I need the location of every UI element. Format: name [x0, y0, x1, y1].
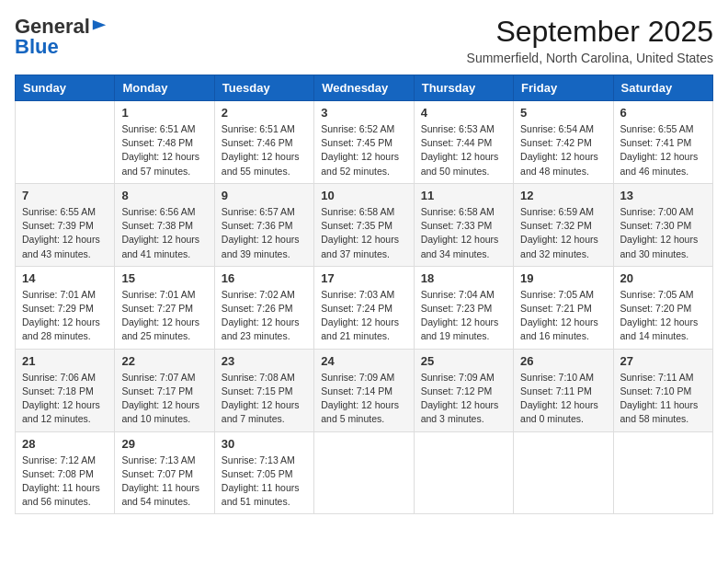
day-number: 23: [222, 354, 307, 368]
day-number: 21: [22, 354, 108, 368]
day-info: Sunrise: 7:13 AM Sunset: 7:07 PM Dayligh…: [121, 454, 207, 510]
calendar-cell: 1Sunrise: 6:51 AM Sunset: 7:48 PM Daylig…: [115, 101, 214, 184]
calendar-cell: 28Sunrise: 7:12 AM Sunset: 7:08 PM Dayli…: [16, 431, 115, 514]
calendar-cell: 25Sunrise: 7:09 AM Sunset: 7:12 PM Dayli…: [414, 349, 513, 431]
header-friday: Friday: [514, 75, 613, 101]
day-number: 9: [222, 189, 307, 202]
calendar-header-row: SundayMondayTuesdayWednesdayThursdayFrid…: [16, 75, 713, 101]
day-number: 20: [620, 271, 706, 285]
calendar-cell: 29Sunrise: 7:13 AM Sunset: 7:07 PM Dayli…: [115, 431, 214, 514]
day-number: 27: [620, 354, 706, 368]
day-info: Sunrise: 6:52 AM Sunset: 7:45 PM Dayligh…: [321, 122, 406, 178]
calendar-cell: 26Sunrise: 7:10 AM Sunset: 7:11 PM Dayli…: [514, 349, 613, 431]
day-info: Sunrise: 6:59 AM Sunset: 7:32 PM Dayligh…: [520, 205, 606, 261]
header-thursday: Thursday: [414, 75, 513, 101]
day-number: 7: [22, 189, 108, 202]
calendar-cell: 4Sunrise: 6:53 AM Sunset: 7:44 PM Daylig…: [414, 101, 513, 184]
header-sunday: Sunday: [16, 75, 115, 101]
calendar-cell: [514, 431, 613, 514]
day-info: Sunrise: 7:09 AM Sunset: 7:12 PM Dayligh…: [421, 371, 506, 427]
calendar-table: SundayMondayTuesdayWednesdayThursdayFrid…: [15, 75, 713, 514]
logo-blue: Blue: [15, 35, 59, 59]
calendar-cell: [16, 101, 115, 184]
day-info: Sunrise: 6:51 AM Sunset: 7:48 PM Dayligh…: [121, 122, 207, 178]
calendar-cell: 27Sunrise: 7:11 AM Sunset: 7:10 PM Dayli…: [613, 349, 712, 431]
calendar-cell: 16Sunrise: 7:02 AM Sunset: 7:26 PM Dayli…: [214, 266, 313, 349]
calendar-cell: 23Sunrise: 7:08 AM Sunset: 7:15 PM Dayli…: [214, 349, 313, 431]
calendar-cell: 21Sunrise: 7:06 AM Sunset: 7:18 PM Dayli…: [16, 349, 115, 431]
day-info: Sunrise: 6:55 AM Sunset: 7:41 PM Dayligh…: [620, 122, 706, 178]
day-info: Sunrise: 7:01 AM Sunset: 7:27 PM Dayligh…: [121, 288, 207, 344]
day-number: 28: [22, 437, 108, 451]
calendar-cell: 2Sunrise: 6:51 AM Sunset: 7:46 PM Daylig…: [214, 101, 313, 184]
calendar-week-2: 7Sunrise: 6:55 AM Sunset: 7:39 PM Daylig…: [16, 183, 713, 266]
day-info: Sunrise: 7:05 AM Sunset: 7:21 PM Dayligh…: [520, 288, 606, 344]
day-number: 15: [121, 271, 207, 285]
header-tuesday: Tuesday: [214, 75, 313, 101]
day-info: Sunrise: 6:54 AM Sunset: 7:42 PM Dayligh…: [520, 122, 606, 178]
calendar-week-5: 28Sunrise: 7:12 AM Sunset: 7:08 PM Dayli…: [16, 431, 713, 514]
day-info: Sunrise: 6:56 AM Sunset: 7:38 PM Dayligh…: [121, 205, 207, 261]
calendar-cell: [314, 431, 414, 514]
day-info: Sunrise: 7:05 AM Sunset: 7:20 PM Dayligh…: [620, 288, 706, 344]
day-info: Sunrise: 7:01 AM Sunset: 7:29 PM Dayligh…: [22, 288, 108, 344]
calendar-week-4: 21Sunrise: 7:06 AM Sunset: 7:18 PM Dayli…: [16, 349, 713, 431]
day-info: Sunrise: 7:02 AM Sunset: 7:26 PM Dayligh…: [222, 288, 307, 344]
day-number: 2: [222, 106, 307, 120]
svg-marker-0: [93, 20, 106, 30]
logo-flag-icon: [91, 18, 108, 35]
day-info: Sunrise: 7:07 AM Sunset: 7:17 PM Dayligh…: [121, 371, 207, 427]
calendar-cell: 24Sunrise: 7:09 AM Sunset: 7:14 PM Dayli…: [314, 349, 414, 431]
day-number: 29: [121, 437, 207, 451]
calendar-cell: 15Sunrise: 7:01 AM Sunset: 7:27 PM Dayli…: [115, 266, 214, 349]
day-number: 11: [421, 189, 506, 202]
day-info: Sunrise: 6:55 AM Sunset: 7:39 PM Dayligh…: [22, 205, 108, 261]
day-number: 18: [421, 271, 506, 285]
calendar-week-3: 14Sunrise: 7:01 AM Sunset: 7:29 PM Dayli…: [16, 266, 713, 349]
day-info: Sunrise: 7:04 AM Sunset: 7:23 PM Dayligh…: [421, 288, 506, 344]
calendar-cell: 20Sunrise: 7:05 AM Sunset: 7:20 PM Dayli…: [613, 266, 712, 349]
calendar-cell: 10Sunrise: 6:58 AM Sunset: 7:35 PM Dayli…: [314, 183, 414, 266]
calendar-body: 1Sunrise: 6:51 AM Sunset: 7:48 PM Daylig…: [16, 101, 713, 514]
day-info: Sunrise: 6:58 AM Sunset: 7:35 PM Dayligh…: [321, 205, 406, 261]
day-number: 25: [421, 354, 506, 368]
day-number: 4: [421, 106, 506, 120]
day-info: Sunrise: 7:10 AM Sunset: 7:11 PM Dayligh…: [520, 371, 606, 427]
day-number: 26: [520, 354, 606, 368]
calendar-cell: 30Sunrise: 7:13 AM Sunset: 7:05 PM Dayli…: [214, 431, 313, 514]
calendar-cell: [613, 431, 712, 514]
logo: General Blue: [15, 15, 108, 59]
month-title: September 2025: [467, 15, 713, 49]
day-number: 30: [222, 437, 307, 451]
calendar-cell: 17Sunrise: 7:03 AM Sunset: 7:24 PM Dayli…: [314, 266, 414, 349]
day-number: 16: [222, 271, 307, 285]
calendar-cell: 22Sunrise: 7:07 AM Sunset: 7:17 PM Dayli…: [115, 349, 214, 431]
day-info: Sunrise: 7:03 AM Sunset: 7:24 PM Dayligh…: [321, 288, 406, 344]
day-info: Sunrise: 7:06 AM Sunset: 7:18 PM Dayligh…: [22, 371, 108, 427]
day-number: 24: [321, 354, 406, 368]
calendar-cell: 9Sunrise: 6:57 AM Sunset: 7:36 PM Daylig…: [214, 183, 313, 266]
calendar-week-1: 1Sunrise: 6:51 AM Sunset: 7:48 PM Daylig…: [16, 101, 713, 184]
day-number: 14: [22, 271, 108, 285]
calendar-cell: 12Sunrise: 6:59 AM Sunset: 7:32 PM Dayli…: [514, 183, 613, 266]
page-header: General Blue September 2025 Summerfield,…: [15, 15, 713, 65]
day-info: Sunrise: 7:00 AM Sunset: 7:30 PM Dayligh…: [620, 205, 706, 261]
day-number: 6: [620, 106, 706, 120]
calendar-cell: 8Sunrise: 6:56 AM Sunset: 7:38 PM Daylig…: [115, 183, 214, 266]
day-info: Sunrise: 6:58 AM Sunset: 7:33 PM Dayligh…: [421, 205, 506, 261]
day-info: Sunrise: 7:09 AM Sunset: 7:14 PM Dayligh…: [321, 371, 406, 427]
calendar-cell: 3Sunrise: 6:52 AM Sunset: 7:45 PM Daylig…: [314, 101, 414, 184]
day-number: 3: [321, 106, 406, 120]
day-info: Sunrise: 6:53 AM Sunset: 7:44 PM Dayligh…: [421, 122, 506, 178]
calendar-cell: 5Sunrise: 6:54 AM Sunset: 7:42 PM Daylig…: [514, 101, 613, 184]
day-info: Sunrise: 6:51 AM Sunset: 7:46 PM Dayligh…: [222, 122, 307, 178]
day-number: 1: [121, 106, 207, 120]
calendar-cell: [414, 431, 513, 514]
calendar-cell: 7Sunrise: 6:55 AM Sunset: 7:39 PM Daylig…: [16, 183, 115, 266]
calendar-cell: 19Sunrise: 7:05 AM Sunset: 7:21 PM Dayli…: [514, 266, 613, 349]
day-number: 8: [121, 189, 207, 202]
day-info: Sunrise: 7:12 AM Sunset: 7:08 PM Dayligh…: [22, 454, 108, 510]
day-number: 10: [321, 189, 406, 202]
header-saturday: Saturday: [613, 75, 712, 101]
day-number: 12: [520, 189, 606, 202]
